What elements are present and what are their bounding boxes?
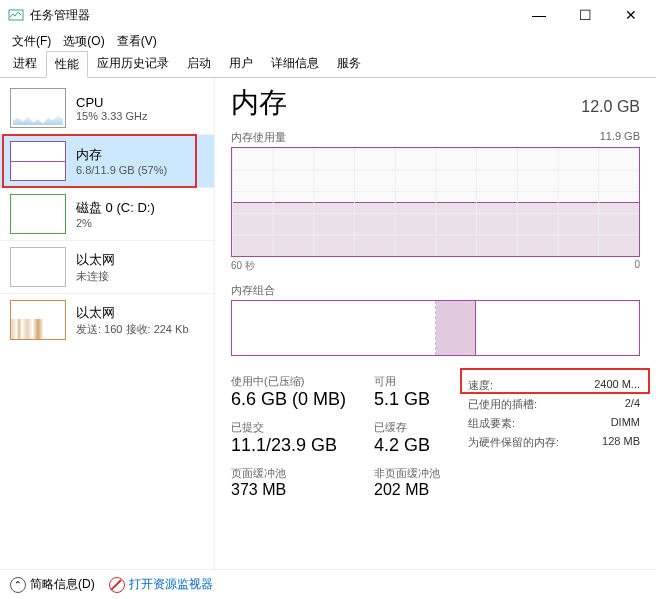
app-icon	[8, 7, 24, 23]
stat-available-label: 可用	[374, 374, 440, 389]
stat-committed-value: 11.1/23.9 GB	[231, 435, 346, 456]
stat-cached-value: 4.2 GB	[374, 435, 440, 456]
chart-usage-label: 内存使用量	[231, 130, 286, 145]
sidebar-item-label: CPU	[76, 95, 148, 110]
sidebar-item-sub: 未连接	[76, 269, 115, 284]
stat-available-value: 5.1 GB	[374, 389, 440, 410]
tabbar: 进程 性能 应用历史记录 启动 用户 详细信息 服务	[0, 52, 656, 78]
info-slots-value: 2/4	[625, 397, 640, 412]
chart-x-right: 0	[634, 259, 640, 273]
tab-startup[interactable]: 启动	[178, 50, 220, 77]
window-title: 任务管理器	[30, 7, 516, 24]
sidebar-item-ethernet-1[interactable]: 以太网 未连接	[0, 240, 214, 293]
open-resource-monitor-label: 打开资源监视器	[129, 576, 213, 593]
comp-modified-segment	[436, 301, 477, 355]
resource-monitor-icon	[109, 577, 125, 593]
sidebar-item-label: 以太网	[76, 304, 189, 322]
info-slots-key: 已使用的插槽:	[468, 397, 537, 412]
footer: ⌄ 简略信息(D) 打开资源监视器	[0, 569, 656, 599]
menu-options[interactable]: 选项(O)	[59, 31, 108, 52]
menu-view[interactable]: 查看(V)	[113, 31, 161, 52]
memory-composition-chart[interactable]	[231, 300, 640, 356]
sidebar-item-label: 内存	[76, 146, 167, 164]
main-panel: 内存 12.0 GB 内存使用量 11.9 GB 60 秒 0 内存组合 使用中…	[215, 78, 656, 569]
close-button[interactable]: ✕	[608, 0, 654, 30]
sidebar-item-sub: 2%	[76, 217, 155, 229]
info-reserved-key: 为硬件保留的内存:	[468, 435, 559, 450]
comp-in-use-segment	[232, 301, 436, 355]
stat-committed-label: 已提交	[231, 420, 346, 435]
titlebar: 任务管理器 — ☐ ✕	[0, 0, 656, 30]
chevron-up-icon: ⌄	[10, 577, 26, 593]
stat-in-use-value: 6.6 GB (0 MB)	[231, 389, 346, 410]
memory-thumb-icon	[10, 141, 66, 181]
sidebar-item-label: 磁盘 0 (C: D:)	[76, 199, 155, 217]
chart-x-left: 60 秒	[231, 259, 255, 273]
cpu-thumb-icon	[10, 88, 66, 128]
stat-nonpaged-value: 202 MB	[374, 481, 440, 499]
sidebar-item-disk[interactable]: 磁盘 0 (C: D:) 2%	[0, 187, 214, 240]
open-resource-monitor-link[interactable]: 打开资源监视器	[109, 576, 213, 593]
sidebar-item-ethernet-2[interactable]: 以太网 发送: 160 接收: 224 Kb	[0, 293, 214, 346]
stat-in-use-label: 使用中(已压缩)	[231, 374, 346, 389]
maximize-button[interactable]: ☐	[562, 0, 608, 30]
memory-capacity: 12.0 GB	[581, 98, 640, 116]
stat-nonpaged-label: 非页面缓冲池	[374, 466, 440, 481]
disk-thumb-icon	[10, 194, 66, 234]
sidebar-item-sub: 15% 3.33 GHz	[76, 110, 148, 122]
tab-users[interactable]: 用户	[220, 50, 262, 77]
stat-paged-label: 页面缓冲池	[231, 466, 346, 481]
chart-usage-max: 11.9 GB	[600, 130, 640, 145]
fewer-details-label: 简略信息(D)	[30, 576, 95, 593]
sidebar-item-cpu[interactable]: CPU 15% 3.33 GHz	[0, 82, 214, 134]
menu-file[interactable]: 文件(F)	[8, 31, 55, 52]
minimize-button[interactable]: —	[516, 0, 562, 30]
info-speed-key: 速度:	[468, 378, 493, 393]
sidebar-item-memory[interactable]: 内存 6.8/11.9 GB (57%)	[0, 134, 214, 187]
chart-grid	[232, 148, 639, 256]
composition-label: 内存组合	[231, 283, 640, 298]
stat-cached-label: 已缓存	[374, 420, 440, 435]
sidebar: CPU 15% 3.33 GHz 内存 6.8/11.9 GB (57%) 磁盘…	[0, 78, 215, 569]
tab-app-history[interactable]: 应用历史记录	[88, 50, 178, 77]
tab-processes[interactable]: 进程	[4, 50, 46, 77]
info-speed-value: 2400 M...	[594, 378, 640, 393]
info-form-value: DIMM	[611, 416, 640, 431]
ethernet-thumb-icon	[10, 247, 66, 287]
info-form-key: 组成要素:	[468, 416, 515, 431]
stat-paged-value: 373 MB	[231, 481, 346, 499]
page-title: 内存	[231, 84, 287, 122]
ethernet-thumb-icon	[10, 300, 66, 340]
info-reserved-value: 128 MB	[602, 435, 640, 450]
tab-performance[interactable]: 性能	[46, 51, 88, 78]
sidebar-item-sub: 6.8/11.9 GB (57%)	[76, 164, 167, 176]
sidebar-item-sub: 发送: 160 接收: 224 Kb	[76, 322, 189, 337]
fewer-details-button[interactable]: ⌄ 简略信息(D)	[10, 576, 95, 593]
tab-services[interactable]: 服务	[328, 50, 370, 77]
memory-usage-chart[interactable]	[231, 147, 640, 257]
menubar: 文件(F) 选项(O) 查看(V)	[0, 30, 656, 52]
tab-details[interactable]: 详细信息	[262, 50, 328, 77]
sidebar-item-label: 以太网	[76, 251, 115, 269]
